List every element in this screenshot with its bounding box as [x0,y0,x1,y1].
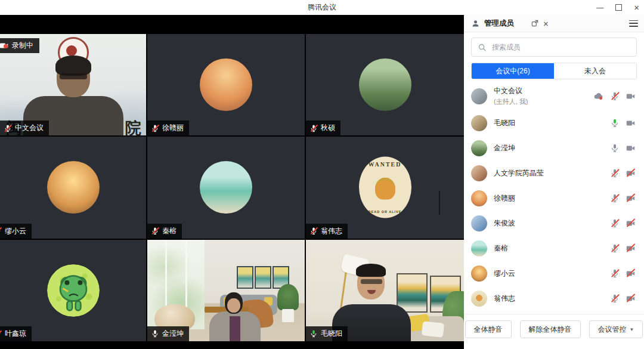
member-name: 秦榕 [494,243,603,254]
video-tile-qinrong[interactable]: 秦榕 [147,137,305,238]
video-area: 闽江学 文学院 SCHOOL OF HUMANIT NG UNIVERSITY … [0,15,464,349]
record-camera-icon [0,41,9,51]
member-role: (主持人, 我) [494,97,587,106]
video-tile-qiushuo[interactable]: 秋硕 [306,34,464,135]
member-row[interactable]: 秦榕 [464,236,644,261]
wall-art [237,266,253,289]
tile-name-label: 叶鑫琼 [0,326,32,341]
frog-illustration [47,264,100,317]
unmute-all-button[interactable]: 解除全体静音 [520,320,581,338]
camera-off-icon[interactable] [626,168,636,178]
mic-muted-icon[interactable] [610,168,620,178]
participant-name: 叶鑫琼 [5,329,26,339]
mic-muted-icon[interactable] [610,91,620,101]
poster-figure [375,178,395,200]
video-tile-zhongwenhuiyi[interactable]: 闽江学 文学院 SCHOOL OF HUMANIT NG UNIVERSITY … [0,34,146,135]
window-titlebar: 腾讯会议 [0,0,644,16]
camera-on-icon[interactable] [626,91,636,101]
plant [277,284,299,310]
mic-muted-icon[interactable] [610,294,620,303]
member-row[interactable]: 翁伟志 [464,286,644,311]
cloud-recording-icon[interactable] [593,91,604,101]
camera-off-icon[interactable] [626,268,636,279]
person-shirt [230,316,240,341]
person-hair [356,264,386,277]
participant-name: 毛晓阳 [321,329,342,339]
camera-off-icon[interactable] [626,243,636,254]
member-name: 徐赣丽 [494,193,603,203]
mic-muted-icon [0,329,2,338]
camera-off-icon[interactable] [626,218,636,228]
mic-muted-icon[interactable] [610,218,620,228]
avatar [471,291,487,307]
person-face [227,298,240,313]
pillow [422,321,444,338]
tile-name-label: 缪小云 [0,224,32,239]
avatar [471,165,487,181]
tile-name-label: 秋硕 [306,121,340,135]
meeting-controls-button[interactable]: 会议管控 ▼ [589,320,643,338]
avatar [471,240,487,257]
camera-on-icon[interactable] [626,118,636,128]
menu-icon[interactable] [629,20,638,27]
maximize-button[interactable] [615,4,622,11]
tab-not-joined[interactable]: 未入会 [554,63,636,79]
search-input[interactable] [491,42,630,52]
wall-art [397,273,428,313]
popout-panel-icon[interactable] [531,19,539,27]
mic-speaking-icon[interactable] [610,118,620,128]
minimize-button[interactable]: — [596,4,603,11]
mic-muted-icon [0,227,2,235]
avatar-wanted-poster: WANTED DEAD OR ALIVE [359,157,411,218]
close-window-button[interactable]: × [634,3,639,12]
tile-name-label: 金滢坤 [147,326,189,341]
plant-pot [282,309,294,322]
mic-on-icon[interactable] [610,143,620,153]
record-red-dot [4,44,8,48]
video-tile-maoxiaoyang[interactable]: 毛晓阳 [306,240,464,341]
member-row[interactable]: 人文学院芮晶莹 [464,160,644,186]
tab-in-meeting[interactable]: 会议中(26) [472,63,554,79]
video-tile-wengweizhi[interactable]: WANTED DEAD OR ALIVE 翁伟志 [306,137,464,238]
mic-muted-icon[interactable] [610,243,620,253]
tile-name-label: 秦榕 [147,224,182,239]
camera-on-icon[interactable] [626,143,636,153]
mic-muted-icon[interactable] [610,193,620,203]
member-name: 翁伟志 [494,294,603,304]
person-glasses [361,279,382,284]
avatar [471,215,487,231]
participant-name: 金滢坤 [162,329,184,339]
video-tile-jinyingkun[interactable]: 金滢坤 [147,240,305,341]
member-row[interactable]: 毛晓阳 [464,110,644,135]
member-row[interactable]: 朱俊波 [464,211,644,236]
video-tile-xuganli[interactable]: 徐赣丽 [147,34,305,135]
member-row[interactable]: 金滢坤 [464,135,644,160]
poster-top-text: WANTED [369,161,402,168]
member-name: 人文学院芮晶莹 [494,168,603,178]
video-tile-yexinqiong[interactable]: 叶鑫琼 [0,240,146,341]
member-name: 缪小云 [494,268,603,279]
camera-off-icon[interactable] [626,294,636,304]
panel-footer: 全体静音 解除全体静音 会议管控 ▼ [464,314,644,349]
mic-muted-icon [151,227,159,235]
member-row-host[interactable]: 中文会议 (主持人, 我) [464,82,644,110]
video-tile-miaoxiaoyun[interactable]: 缪小云 [0,137,146,238]
member-search[interactable] [471,38,637,57]
close-panel-icon[interactable]: × [543,19,549,28]
avatar [471,115,487,131]
avatar [471,265,487,282]
avatar [200,58,252,111]
member-tabs: 会议中(26) 未入会 [471,63,637,79]
wall-art [255,266,271,289]
panel-resize-handle[interactable] [439,191,440,215]
poster-bottom-text: DEAD OR ALIVE [369,210,402,214]
camera-off-icon[interactable] [626,193,636,203]
member-row[interactable]: 徐赣丽 [464,186,644,211]
mic-muted-icon[interactable] [610,268,620,278]
tile-name-label: 徐赣丽 [147,121,189,135]
member-row[interactable]: 缪小云 [464,261,644,286]
avatar [471,88,487,104]
mic-speaking-icon [309,329,318,338]
mute-all-button[interactable]: 全体静音 [465,320,512,338]
participant-name: 中文会议 [15,123,44,133]
